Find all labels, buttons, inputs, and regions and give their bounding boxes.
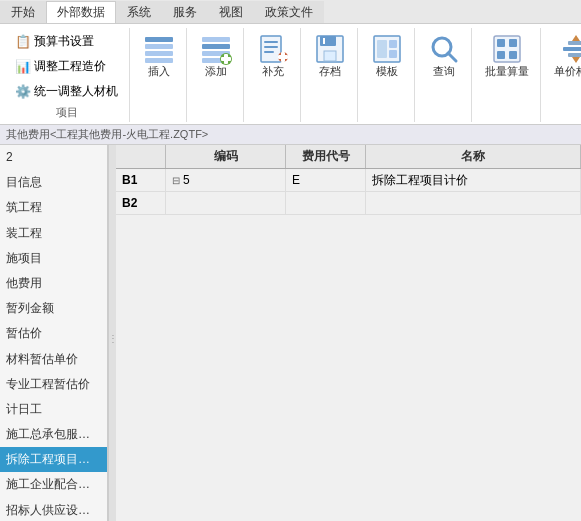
svg-rect-13 (264, 46, 278, 48)
panel-resize-handle[interactable] (108, 145, 116, 521)
svg-rect-1 (145, 44, 173, 49)
sidebar-item-demolish[interactable]: 拆除工程项目计价 (0, 447, 107, 472)
add-button[interactable]: 添加 (195, 30, 237, 81)
data-area: 编码 费用代号 名称 B1 ⊟ 5 E 拆除工程项目计价 B2 (116, 145, 581, 521)
sidebar-item-projinfo[interactable]: 目信息 (0, 170, 107, 195)
svg-line-27 (448, 53, 456, 61)
sidebar-item-vendor-equip[interactable]: 招标人供应设备、材料年保管费 (0, 498, 107, 521)
ribbon-template-content: 模板 (366, 30, 408, 120)
add-label: 添加 (205, 65, 227, 78)
ribbon-query-content: 查询 (423, 30, 465, 120)
expand-icon-b1[interactable]: ⊟ (172, 175, 180, 186)
svg-rect-20 (324, 51, 336, 61)
budget-setup-button[interactable]: 📋 预算书设置 (10, 30, 99, 53)
ribbon-project-buttons: 📋 预算书设置 📊 调整工程造价 ⚙️ 统一调整人材机 (10, 30, 123, 103)
query-button[interactable]: 查询 (423, 30, 465, 81)
ribbon-group-project: 📋 预算书设置 📊 调整工程造价 ⚙️ 统一调整人材机 项目 (4, 28, 130, 122)
add-icon (200, 33, 232, 65)
sidebar-item-estimate[interactable]: 暂估价 (0, 321, 107, 346)
sidebar-item-general-svc[interactable]: 施工总承包服务费 (0, 422, 107, 447)
tab-view[interactable]: 视图 (208, 1, 254, 23)
svg-rect-23 (377, 40, 387, 58)
adjust-cost-button[interactable]: 📊 调整工程造价 (10, 55, 111, 78)
td-feiyong-b2 (286, 192, 366, 214)
svg-rect-10 (221, 57, 231, 61)
ribbon-group-template: 模板 (360, 28, 415, 122)
unit-struct-icon (560, 33, 581, 65)
batch-calc-label: 批量算量 (485, 65, 529, 78)
ribbon-group-insert: 插入 (132, 28, 187, 122)
sidebar: 2 目信息 筑工程 装工程 施项目 他费用 暂列金额 暂估价 材料暂估单价 专业… (0, 145, 108, 521)
table-header: 编码 费用代号 名称 (116, 145, 581, 169)
supplement-button[interactable]: 补充 (252, 30, 294, 81)
sidebar-item-daywork[interactable]: 计日工 (0, 397, 107, 422)
query-label: 查询 (433, 65, 455, 78)
svg-marker-37 (572, 57, 580, 63)
budget-setup-icon: 📋 (15, 34, 31, 50)
th-name: 名称 (366, 145, 581, 168)
tab-system[interactable]: 系统 (116, 1, 162, 23)
budget-setup-label: 预算书设置 (34, 33, 94, 50)
svg-rect-14 (264, 51, 274, 53)
tab-service[interactable]: 服务 (162, 1, 208, 23)
svg-rect-0 (145, 37, 173, 42)
insert-button[interactable]: 插入 (138, 30, 180, 81)
adjust-labor-icon: ⚙️ (15, 84, 31, 100)
save-button[interactable]: 存档 (309, 30, 351, 81)
sidebar-item-2[interactable]: 2 (0, 145, 107, 170)
sidebar-item-mat-estimate[interactable]: 材料暂估单价 (0, 347, 107, 372)
query-icon (428, 33, 460, 65)
th-bianma: 编码 (166, 145, 286, 168)
ribbon-batch-content: 批量算量 (480, 30, 534, 120)
ribbon-save-content: 存档 (309, 30, 351, 120)
th-code (116, 145, 166, 168)
template-button[interactable]: 模板 (366, 30, 408, 81)
svg-rect-34 (568, 41, 581, 45)
adjust-labor-label: 统一调整人材机 (34, 83, 118, 100)
sidebar-item-install[interactable]: 装工程 (0, 221, 107, 246)
table-row[interactable]: B2 (116, 192, 581, 215)
ribbon-group-unit-struct: 单价构成 (543, 28, 581, 122)
ribbon-unit-content: 单价构成 (549, 30, 581, 120)
svg-rect-24 (389, 40, 397, 48)
ribbon-add-content: 添加 (195, 30, 237, 120)
sidebar-item-project[interactable]: 施项目 (0, 246, 107, 271)
sidebar-item-spec-estimate[interactable]: 专业工程暂估价 (0, 372, 107, 397)
td-bianma-b1-value: 5 (183, 173, 190, 187)
sidebar-item-civil[interactable]: 筑工程 (0, 195, 107, 220)
table-row[interactable]: B1 ⊟ 5 E 拆除工程项目计价 (116, 169, 581, 192)
table-body: B1 ⊟ 5 E 拆除工程项目计价 B2 (116, 169, 581, 521)
sidebar-item-reserve[interactable]: 暂列金额 (0, 296, 107, 321)
svg-rect-11 (261, 36, 281, 62)
ribbon-group-save: 存档 (303, 28, 358, 122)
unit-struct-button[interactable]: 单价构成 (549, 30, 581, 81)
td-code-b2: B2 (116, 192, 166, 214)
td-bianma-b2 (166, 192, 286, 214)
ribbon-group-query: 查询 (417, 28, 472, 122)
td-feiyong-b1: E (286, 169, 366, 191)
insert-label: 插入 (148, 65, 170, 78)
sidebar-item-enterprise-adjust[interactable]: 施工企业配合调试费 (0, 472, 107, 497)
svg-rect-12 (264, 41, 278, 43)
save-label: 存档 (319, 65, 341, 78)
batch-calc-icon (491, 33, 523, 65)
svg-rect-4 (202, 37, 230, 42)
svg-rect-35 (568, 53, 581, 57)
svg-rect-21 (323, 38, 325, 44)
svg-rect-3 (145, 58, 173, 63)
tab-start[interactable]: 开始 (0, 1, 46, 23)
svg-rect-31 (497, 51, 505, 59)
supplement-label: 补充 (262, 65, 284, 78)
adjust-cost-label: 调整工程造价 (34, 58, 106, 75)
svg-rect-29 (497, 39, 505, 47)
svg-rect-2 (145, 51, 173, 56)
tab-policy[interactable]: 政策文件 (254, 1, 324, 23)
th-feiyong: 费用代号 (286, 145, 366, 168)
tab-external[interactable]: 外部数据 (46, 1, 116, 23)
ribbon-group-project-label: 项目 (10, 103, 123, 120)
sidebar-item-otherfee[interactable]: 他费用 (0, 271, 107, 296)
batch-calc-button[interactable]: 批量算量 (480, 30, 534, 81)
adjust-cost-icon: 📊 (15, 59, 31, 75)
adjust-labor-button[interactable]: ⚙️ 统一调整人材机 (10, 80, 123, 103)
template-label: 模板 (376, 65, 398, 78)
